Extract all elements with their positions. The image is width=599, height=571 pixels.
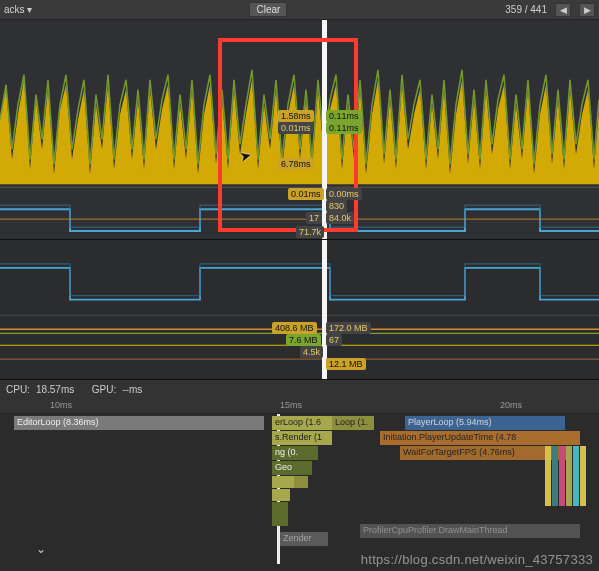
cpu-usage-chart[interactable]: ➤ 1.58ms 0.11ms 0.01ms 0.11ms 6.78ms 0.0…: [0, 20, 599, 240]
mem-label: 408.6 MB: [272, 322, 317, 334]
prev-frame-button[interactable]: ◀: [555, 3, 571, 17]
track-bar[interactable]: Geo: [272, 461, 312, 475]
tooltip-value: 0.01ms: [288, 188, 324, 200]
tooltip-value: 71.7k: [296, 226, 324, 238]
ruler-tick: 20ms: [500, 400, 522, 410]
tooltip-value: 0.11ms: [326, 122, 362, 134]
track-bar[interactable]: Loop (1.: [332, 416, 374, 430]
track-bar[interactable]: s.Render (1: [272, 431, 332, 445]
toolbar: acks ▾ Clear 359 / 441 ◀ ▶: [0, 0, 599, 20]
clear-button[interactable]: Clear: [249, 2, 287, 17]
timeline-panel[interactable]: 10ms 15ms 20ms EditorLoop (8.36ms) erLoo…: [0, 398, 599, 568]
track-bar[interactable]: [272, 489, 290, 501]
tooltip-value: 6.78ms: [278, 158, 314, 170]
track-bar[interactable]: [566, 446, 572, 506]
mem-label: 67: [326, 334, 342, 346]
track-bar[interactable]: ng (0.: [272, 446, 318, 460]
memory-chart[interactable]: 408.6 MB 172.0 MB 7.6 MB 67 4.5k 12.1 MB: [0, 240, 599, 380]
tooltip-value: 830: [326, 200, 347, 212]
track-bar[interactable]: Zender: [280, 532, 328, 546]
track-bar[interactable]: Initiation.PlayerUpdateTime (4.78: [380, 431, 580, 445]
track-bar[interactable]: [545, 446, 551, 506]
timeline-tracks: EditorLoop (8.36ms) erLoop (1.6 Loop (1.…: [0, 414, 599, 564]
frame-counter: 359 / 441: [505, 4, 547, 15]
track-bar[interactable]: ProfilerCpuProfiler.DrawMainThread: [360, 524, 580, 538]
track-bar[interactable]: [552, 446, 558, 506]
tooltip-value: 0.01ms: [278, 122, 314, 134]
chevron-down-icon: ▾: [27, 4, 32, 15]
tooltip-value: 1.58ms: [278, 110, 314, 122]
cpu-label: CPU:: [6, 384, 30, 395]
mem-label: 4.5k: [300, 346, 323, 358]
tooltip-value: 84.0k: [326, 212, 354, 224]
tooltip-value: 17: [306, 212, 322, 224]
memory-chart-svg: [0, 240, 599, 379]
cpu-value: 18.57ms: [36, 384, 74, 395]
ruler-tick: 10ms: [50, 400, 72, 410]
ruler-tick: 15ms: [280, 400, 302, 410]
track-bar[interactable]: PlayerLoop (5.94ms): [405, 416, 565, 430]
mem-label: 172.0 MB: [326, 322, 371, 334]
track-bar[interactable]: [272, 476, 294, 488]
track-bar[interactable]: [580, 446, 586, 506]
track-bar[interactable]: erLoop (1.6: [272, 416, 332, 430]
next-frame-button[interactable]: ▶: [579, 3, 595, 17]
dropdown-label: acks: [4, 4, 25, 15]
track-bar[interactable]: [272, 502, 288, 526]
expand-thread-icon[interactable]: ⌄: [36, 542, 46, 556]
track-bar[interactable]: EditorLoop (8.36ms): [14, 416, 264, 430]
time-ruler: 10ms 15ms 20ms: [0, 398, 599, 414]
track-bar[interactable]: [559, 446, 565, 506]
gpu-value: --ms: [122, 384, 142, 395]
mem-label: 7.6 MB: [286, 334, 321, 346]
tooltip-value: 0.11ms: [326, 110, 362, 122]
profiler-mode-dropdown[interactable]: acks ▾: [4, 4, 32, 15]
tooltip-value: 0.00ms: [326, 188, 362, 200]
stats-row: CPU:18.57ms GPU:--ms: [0, 380, 599, 398]
track-bar[interactable]: [573, 446, 579, 506]
track-bar[interactable]: [294, 476, 308, 488]
mem-label: 12.1 MB: [326, 358, 366, 370]
gpu-label: GPU:: [92, 384, 116, 395]
